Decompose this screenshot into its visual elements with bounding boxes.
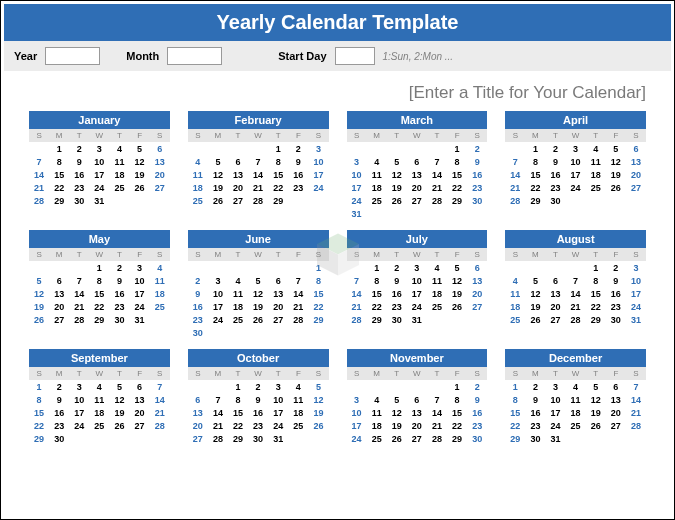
day-cell [586,326,606,338]
dow-cell: W [566,367,586,380]
day-cell [586,445,606,457]
day-cell: 16 [109,287,129,300]
day-cell: 17 [626,287,646,300]
day-cell: 25 [228,313,248,326]
day-cell: 16 [288,168,308,181]
dow-cell: S [467,248,487,261]
day-cell [130,326,150,338]
day-cell: 24 [407,300,427,313]
day-cell: 10 [69,393,89,406]
dow-cell: S [347,129,367,142]
day-cell [566,261,586,274]
day-cell [69,445,89,457]
day-cell: 3 [347,393,367,406]
day-cell: 14 [427,168,447,181]
day-cell: 14 [150,393,170,406]
day-cell: 22 [586,300,606,313]
dow-cell: S [467,129,487,142]
day-cell [407,207,427,220]
day-cell [150,432,170,445]
day-cell: 24 [130,300,150,313]
day-cell: 8 [49,155,69,168]
day-cell: 13 [150,155,170,168]
day-cell [208,380,228,393]
dow-cell: T [545,248,565,261]
day-cell: 13 [228,168,248,181]
days-grid: 1234567891011121314151617181920212223242… [347,142,488,220]
day-cell: 14 [505,168,525,181]
dow-cell: W [89,248,109,261]
dow-cell: F [130,248,150,261]
day-cell [447,445,467,457]
month-block: JuneSMTWTFS12345678910111213141516171819… [188,230,329,339]
day-cell: 7 [505,155,525,168]
day-cell [288,207,308,219]
day-cell: 20 [268,300,288,313]
dow-cell: S [150,367,170,380]
day-cell: 13 [626,155,646,168]
day-cell: 22 [525,181,545,194]
day-cell [150,326,170,338]
year-input[interactable] [45,47,100,65]
day-cell: 7 [248,155,268,168]
day-cell [367,326,387,338]
day-cell: 4 [228,274,248,287]
day-cell: 13 [49,287,69,300]
month-input[interactable] [167,47,222,65]
day-cell: 21 [150,406,170,419]
day-cell: 3 [208,274,228,287]
startday-input[interactable] [335,47,375,65]
day-cell: 24 [347,194,367,207]
dow-cell: M [525,129,545,142]
day-cell: 20 [228,181,248,194]
day-cell: 23 [467,419,487,432]
day-cell: 16 [467,406,487,419]
day-cell: 5 [248,274,268,287]
days-grid: 1234567891011121314151617181920212223242… [188,380,329,457]
dow-cell: F [130,129,150,142]
day-cell: 28 [288,313,308,326]
day-cell: 17 [545,406,565,419]
dow-cell: T [427,129,447,142]
day-cell: 28 [29,194,49,207]
day-cell: 10 [89,155,109,168]
day-cell: 12 [130,155,150,168]
day-cell: 10 [130,274,150,287]
day-cell: 22 [268,181,288,194]
day-cell: 22 [49,181,69,194]
day-cell: 27 [188,432,208,445]
day-cell: 7 [29,155,49,168]
day-cell: 14 [69,287,89,300]
dow-cell: F [606,367,626,380]
day-cell [626,207,646,219]
day-cell: 8 [228,393,248,406]
day-cell: 28 [150,419,170,432]
dow-cell: W [248,367,268,380]
day-cell: 5 [586,380,606,393]
day-cell: 22 [308,300,328,313]
month-block: SeptemberSMTWTFS123456789101112131415161… [29,349,170,457]
day-cell: 5 [130,142,150,155]
dow-cell: T [427,248,447,261]
day-cell: 23 [188,313,208,326]
day-cell: 28 [427,194,447,207]
dow-cell: F [447,367,467,380]
day-cell [248,142,268,155]
day-cell: 14 [566,287,586,300]
day-cell: 18 [89,406,109,419]
calendar-title-placeholder[interactable]: [Enter a Title for Your Calendar] [1,71,674,111]
day-cell: 27 [228,194,248,207]
day-cell: 30 [188,326,208,339]
day-cell: 26 [109,419,129,432]
dow-cell: T [586,129,606,142]
day-cell: 17 [347,419,367,432]
day-cell: 14 [626,393,646,406]
day-cell [626,326,646,338]
day-cell: 12 [606,155,626,168]
dow-cell: F [606,248,626,261]
day-cell: 12 [447,274,467,287]
dow-cell: T [387,367,407,380]
day-cell: 26 [308,419,328,432]
day-cell: 15 [228,406,248,419]
dow-cell: S [308,129,328,142]
